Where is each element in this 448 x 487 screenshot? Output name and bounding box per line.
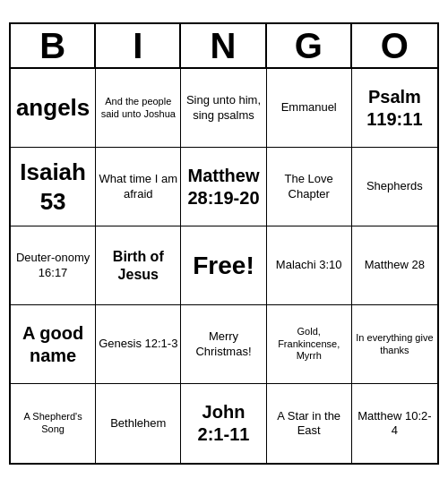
bingo-cell-16: Genesis 12:1-3 [96, 305, 181, 384]
bingo-cell-13: Malachi 3:10 [267, 226, 352, 305]
bingo-card: BINGO angelsAnd the people said unto Jos… [9, 22, 439, 465]
bingo-cell-23: A Star in the East [267, 384, 352, 463]
bingo-cell-8: The Love Chapter [267, 148, 352, 226]
bingo-cell-7: Matthew 28:19-20 [181, 148, 266, 226]
header-letter-o: O [352, 24, 437, 67]
bingo-cell-10: Deuter-onomy 16:17 [11, 226, 96, 305]
bingo-cell-20: A Shepherd's Song [11, 384, 96, 463]
bingo-cell-4: Psalm 119:11 [352, 69, 437, 148]
bingo-cell-14: Matthew 28 [352, 226, 437, 305]
bingo-cell-22: John 2:1-11 [181, 384, 266, 463]
bingo-cell-1: And the people said unto Joshua [96, 69, 181, 148]
bingo-header: BINGO [11, 24, 437, 69]
header-letter-b: B [11, 24, 96, 67]
bingo-cell-9: Shepherds [352, 148, 437, 226]
bingo-cell-21: Bethlehem [96, 384, 181, 463]
bingo-cell-11: Birth of Jesus [96, 226, 181, 305]
bingo-cell-12: Free! [181, 226, 266, 305]
bingo-grid: angelsAnd the people said unto JoshuaSin… [11, 69, 437, 463]
bingo-cell-17: Merry Christmas! [181, 305, 266, 384]
bingo-cell-0: angels [11, 69, 96, 148]
bingo-cell-24: Matthew 10:2-4 [352, 384, 437, 463]
header-letter-n: N [181, 24, 266, 67]
bingo-cell-18: Gold, Frankincense, Myrrh [267, 305, 352, 384]
bingo-cell-3: Emmanuel [267, 69, 352, 148]
header-letter-g: G [267, 24, 352, 67]
header-letter-i: I [96, 24, 181, 67]
bingo-cell-6: What time I am afraid [96, 148, 181, 226]
bingo-cell-15: A good name [11, 305, 96, 384]
bingo-cell-2: Sing unto him, sing psalms [181, 69, 266, 148]
bingo-cell-19: In everything give thanks [352, 305, 437, 384]
bingo-cell-5: Isaiah 53 [11, 148, 96, 226]
